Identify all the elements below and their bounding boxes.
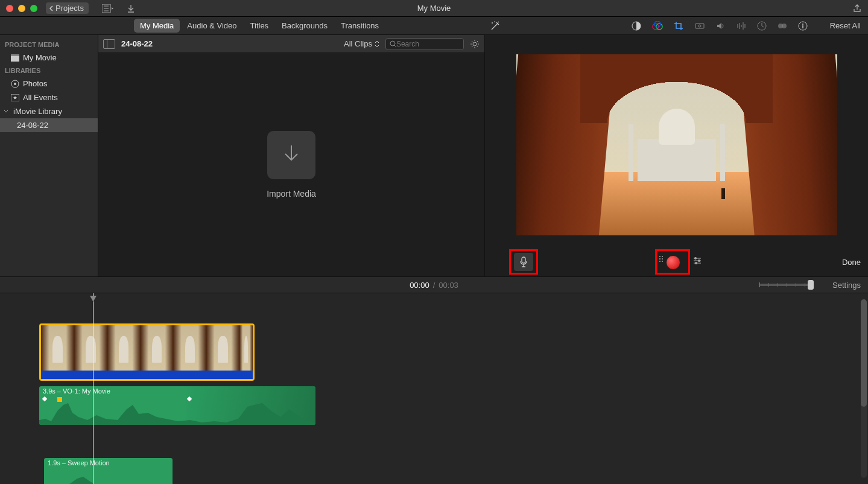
svg-rect-24 (11, 54, 19, 56)
noise-reduction-button[interactable] (737, 22, 746, 30)
sidebar-project-item[interactable]: My Movie (0, 51, 98, 65)
keyframe-icon[interactable] (42, 396, 47, 401)
preview-image[interactable] (516, 54, 837, 235)
enhance-button[interactable] (490, 21, 501, 31)
viewer-adjust-tools (632, 21, 808, 31)
svg-rect-10 (695, 24, 704, 28)
toggle-sidebar-button[interactable] (103, 39, 115, 49)
svg-point-28 (390, 41, 395, 46)
marker-icon[interactable] (57, 397, 62, 402)
back-to-projects-button[interactable]: Projects (46, 2, 89, 14)
tab-transitions[interactable]: Transitions (335, 19, 385, 33)
audio-clip[interactable]: 1.9s – Sweep Motion (44, 458, 173, 484)
clapperboard-icon (11, 54, 19, 62)
import-media-button[interactable] (267, 131, 315, 179)
up-down-chevron-icon (375, 40, 379, 48)
playhead[interactable] (93, 293, 93, 484)
photos-label: Photos (23, 79, 47, 88)
video-clip[interactable] (39, 323, 255, 381)
browser-event-title: 24-08-22 (121, 39, 153, 48)
tab-titles[interactable]: Titles (244, 19, 275, 33)
voiceover-button[interactable] (514, 253, 533, 271)
sidebar-event-item[interactable]: 24-08-22 (0, 118, 98, 132)
viewer-controls: Done (485, 247, 868, 276)
waveform (44, 474, 173, 484)
clip-filter-button[interactable] (778, 22, 787, 30)
svg-rect-31 (522, 257, 525, 263)
svg-point-26 (14, 83, 16, 85)
clip-filter-dropdown[interactable]: All Clips (344, 39, 379, 48)
timecode-display: 00:00 / 00:03 (410, 281, 458, 290)
import-arrow-icon (280, 143, 302, 167)
minimize-window-button[interactable] (18, 5, 25, 12)
svg-point-37 (695, 262, 697, 264)
scrollbar-thumb[interactable] (861, 299, 867, 407)
all-events-label: All Events (23, 93, 58, 102)
timeline-settings-button[interactable]: Settings (832, 281, 861, 290)
search-field[interactable] (385, 38, 464, 50)
tabbar: My Media Audio & Video Titles Background… (0, 17, 868, 35)
titlebar: Projects My Movie (0, 0, 868, 17)
voiceover-options-button[interactable] (692, 256, 702, 265)
svg-point-35 (694, 257, 697, 260)
window-controls (6, 5, 37, 12)
timeline-scrollbar[interactable] (861, 299, 867, 478)
browser-body: Import Media (98, 53, 484, 276)
back-label: Projects (55, 4, 84, 13)
timebar: 00:00 / 00:03 Settings (0, 276, 868, 293)
svg-point-19 (782, 24, 787, 28)
svg-point-21 (802, 24, 803, 25)
reset-all-button[interactable]: Reset All (830, 21, 861, 30)
volume-button[interactable] (716, 22, 726, 30)
audio-clip-label: 1.9s – Sweep Motion (48, 459, 110, 466)
time-separator: / (433, 281, 436, 290)
media-browser: 24-08-22 All Clips Import Media (98, 35, 485, 276)
color-balance-button[interactable] (632, 21, 641, 31)
import-media-label: Import Media (267, 189, 316, 199)
done-button[interactable]: Done (842, 258, 861, 267)
tab-my-media[interactable]: My Media (134, 19, 180, 33)
svg-point-36 (698, 260, 700, 262)
svg-point-4 (492, 22, 493, 24)
star-box-icon (11, 94, 19, 101)
sidebar-photos[interactable]: Photos (0, 77, 98, 91)
sidebar-all-events[interactable]: All Events (0, 91, 98, 104)
maximize-window-button[interactable] (30, 5, 37, 12)
stabilization-button[interactable] (694, 22, 705, 30)
browser-settings-button[interactable] (470, 39, 480, 49)
speed-button[interactable] (757, 21, 767, 31)
project-media-header: PROJECT MEDIA (0, 39, 98, 51)
close-window-button[interactable] (6, 5, 13, 12)
search-icon (390, 40, 396, 48)
record-button[interactable] (666, 255, 680, 270)
tab-audio-video[interactable]: Audio & Video (181, 19, 242, 33)
microphone-icon (519, 256, 528, 267)
zoom-thumb[interactable] (808, 280, 814, 290)
crop-button[interactable] (674, 21, 683, 31)
disclosure-triangle-icon[interactable] (4, 109, 10, 114)
tab-backgrounds[interactable]: Backgrounds (276, 19, 334, 33)
clip-audio-track[interactable] (41, 371, 253, 379)
share-button[interactable] (852, 4, 862, 13)
search-input[interactable] (396, 40, 460, 48)
library-name-label: iMovie Library (13, 107, 62, 116)
voiceover-clip-label: 3.9s – VO-1: My Movie (43, 387, 110, 395)
zoom-slider[interactable] (759, 284, 814, 286)
viewer-panel: Done (485, 35, 868, 276)
waveform (39, 402, 315, 425)
sidebar: PROJECT MEDIA My Movie LIBRARIES Photos … (0, 35, 98, 276)
voiceover-clip[interactable]: 3.9s – VO-1: My Movie (39, 386, 315, 425)
preview-area (485, 35, 868, 247)
sidebar-library[interactable]: iMovie Library (0, 104, 98, 118)
library-list-button[interactable] (100, 2, 116, 14)
svg-point-11 (699, 25, 701, 27)
filter-label: All Clips (344, 39, 372, 48)
color-correction-button[interactable] (652, 21, 663, 31)
photos-icon (11, 80, 19, 88)
import-button[interactable] (122, 2, 139, 14)
clip-info-button[interactable] (798, 21, 808, 31)
svg-rect-23 (11, 56, 19, 62)
timeline[interactable]: 3.9s – VO-1: My Movie 1.9s – Sweep Motio… (0, 293, 868, 484)
window-title: My Movie (417, 4, 451, 13)
svg-point-5 (494, 21, 495, 22)
